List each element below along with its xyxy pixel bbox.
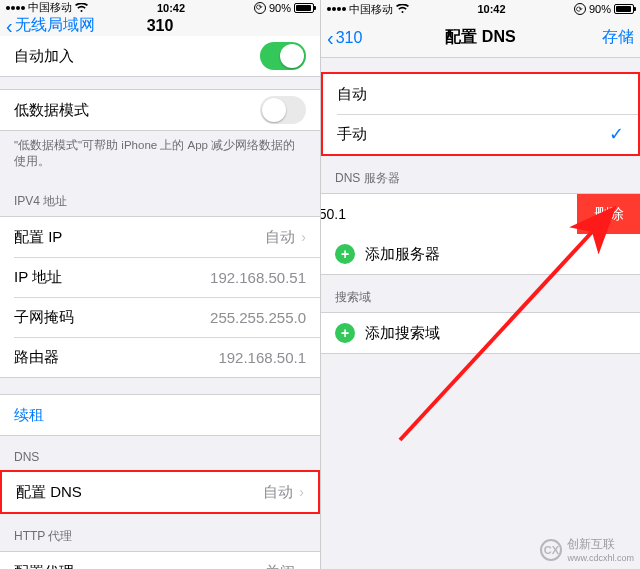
back-label: 无线局域网 [15, 15, 95, 36]
label: 低数据模式 [14, 101, 89, 120]
wifi-icon [396, 4, 409, 14]
row-dns-server-entry[interactable]: 删除 92.168.50.1 [321, 194, 640, 234]
section-header-dns-servers: DNS 服务器 [321, 156, 640, 193]
phone-left: 中国移动 10:42 ⟳ 90% ‹ 无线局域网 310 自动加入 [0, 0, 320, 569]
highlight-configure-dns: 配置 DNS 自动 › [0, 470, 320, 514]
status-bar: 中国移动 10:42 ⟳ 90% [321, 0, 640, 18]
row-configure-dns[interactable]: 配置 DNS 自动 › [2, 472, 318, 512]
battery-icon [294, 3, 314, 13]
chevron-right-icon: › [299, 484, 304, 500]
back-button[interactable]: ‹ 无线局域网 [6, 15, 95, 36]
section-header-ipv4: IPV4 地址 [0, 179, 320, 216]
switch-low-data[interactable] [260, 96, 306, 124]
row-router: 路由器 192.168.50.1 [0, 337, 320, 377]
wifi-icon [75, 3, 88, 13]
chevron-right-icon: › [301, 564, 306, 569]
save-button[interactable]: 存储 [602, 27, 634, 48]
row-configure-proxy[interactable]: 配置代理 关闭 › [0, 552, 320, 569]
switch-auto-join[interactable] [260, 42, 306, 70]
rotation-lock-icon: ⟳ [254, 2, 266, 14]
back-button[interactable]: ‹ 310 [327, 28, 362, 48]
section-header-dns: DNS [0, 436, 320, 470]
rotation-lock-icon: ⟳ [574, 3, 586, 15]
chevron-left-icon: ‹ [327, 28, 334, 48]
navbar: ‹ 310 配置 DNS 存储 [321, 18, 640, 58]
row-low-data-mode[interactable]: 低数据模式 [0, 90, 320, 130]
row-add-search-domain[interactable]: + 添加搜索域 [321, 313, 640, 353]
navbar: ‹ 无线局域网 310 [0, 15, 320, 37]
row-subnet-mask: 子网掩码 255.255.255.0 [0, 297, 320, 337]
section-header-proxy: HTTP 代理 [0, 514, 320, 551]
carrier-label: 中国移动 [349, 2, 393, 17]
row-dns-mode-manual[interactable]: 手动 ✓ [323, 114, 638, 154]
battery-percent: 90% [589, 3, 611, 15]
row-add-dns-server[interactable]: + 添加服务器 [321, 234, 640, 274]
status-bar: 中国移动 10:42 ⟳ 90% [0, 0, 320, 15]
battery-icon [614, 4, 634, 14]
label: 自动加入 [14, 47, 74, 66]
row-dns-mode-auto[interactable]: 自动 [323, 74, 638, 114]
watermark-brand: 创新互联 [567, 536, 634, 553]
dns-server-value: 92.168.50.1 [321, 206, 346, 222]
status-time: 10:42 [88, 2, 254, 14]
watermark-logo: CX [540, 539, 562, 561]
signal-icon [327, 7, 346, 11]
back-label: 310 [336, 29, 363, 47]
section-header-search-domains: 搜索域 [321, 275, 640, 312]
highlight-dns-mode: 自动 手动 ✓ [321, 72, 640, 156]
watermark: CX 创新互联 www.cdcxhl.com [540, 536, 634, 563]
row-ip-address: IP 地址 192.168.50.51 [0, 257, 320, 297]
row-renew-lease[interactable]: 续租 [0, 395, 320, 435]
watermark-domain: www.cdcxhl.com [567, 553, 634, 563]
plus-icon: + [335, 244, 355, 264]
chevron-right-icon: › [301, 229, 306, 245]
signal-icon [6, 6, 25, 10]
status-time: 10:42 [409, 3, 574, 15]
swipe-delete-button[interactable]: 删除 [577, 194, 640, 234]
battery-percent: 90% [269, 2, 291, 14]
plus-icon: + [335, 323, 355, 343]
checkmark-icon: ✓ [609, 123, 624, 145]
row-auto-join[interactable]: 自动加入 [0, 36, 320, 76]
chevron-left-icon: ‹ [6, 16, 13, 36]
page-title: 配置 DNS [321, 27, 640, 48]
phone-right: 中国移动 10:42 ⟳ 90% ‹ 310 配置 DNS 存储 [320, 0, 640, 569]
low-data-footer: "低数据模式"可帮助 iPhone 上的 App 减少网络数据的使用。 [0, 131, 320, 179]
carrier-label: 中国移动 [28, 0, 72, 15]
row-configure-ip[interactable]: 配置 IP 自动 › [0, 217, 320, 257]
